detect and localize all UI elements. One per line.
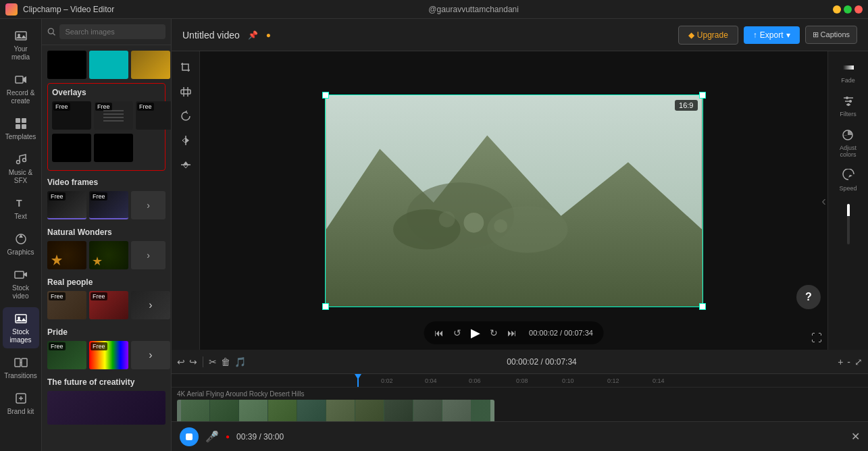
free-badge: Free [91, 292, 107, 300]
stop-record-btn[interactable] [180, 427, 199, 446]
minimize-btn[interactable] [833, 5, 841, 14]
video-frame-thumb-2[interactable]: Free [89, 191, 128, 219]
timeline-toolbar: ↩ ↪ ✂ 🗑 🎵 00:00:02 / 00:07:34 + - ⤢ [172, 350, 868, 374]
redo-btn[interactable]: ↪ [189, 356, 197, 367]
search-input[interactable] [59, 24, 165, 39]
sidebar-item-transitions[interactable]: Transitions [3, 351, 39, 384]
thumb-item[interactable] [131, 51, 170, 79]
people-thumb-2[interactable]: Free [89, 291, 128, 319]
close-btn[interactable] [854, 5, 863, 14]
collapse-right-btn[interactable]: ‹ [821, 193, 826, 209]
volume-slider[interactable] [847, 204, 850, 244]
natural-wonders-more-btn[interactable]: › [131, 241, 165, 269]
fade-property[interactable]: Fade [838, 57, 859, 86]
adjust-colors-property[interactable]: Adjustcolors [837, 124, 859, 161]
pride-thumb-1[interactable]: Free [47, 341, 86, 369]
sidebar-label-record-create: Record &create [7, 89, 35, 105]
zoom-in-btn[interactable]: + [838, 356, 843, 367]
overlay-thumb-1[interactable]: Free [52, 101, 91, 130]
audio-sync-btn[interactable]: 🎵 [234, 356, 246, 367]
video-frames-more-btn[interactable]: › [131, 191, 165, 219]
top-thumbnails [47, 51, 165, 79]
sidebar-item-brand-kit[interactable]: Brand kit [3, 387, 39, 420]
svg-rect-37 [843, 65, 854, 70]
svg-point-42 [849, 100, 852, 103]
video-clip[interactable] [177, 400, 494, 421]
clip-strip [355, 400, 384, 421]
people-more-btn[interactable]: › [131, 291, 170, 319]
sidebar-label-stock-images: Stockimages [9, 328, 31, 344]
rewind-btn[interactable]: ↺ [453, 327, 461, 338]
svg-rect-15 [22, 359, 27, 367]
captions-icon: ⊞ [813, 30, 819, 38]
playhead-triangle [355, 374, 361, 379]
overlay-thumb-5[interactable] [94, 134, 133, 162]
thumb-item[interactable] [89, 51, 128, 79]
overlays-thumbs-2 [52, 134, 161, 162]
sidebar-item-stock-images[interactable]: Stockimages [3, 307, 39, 348]
future-thumb-1[interactable] [47, 391, 165, 425]
preview-tools [172, 51, 200, 350]
rotate-tool-btn[interactable] [175, 105, 197, 127]
export-button[interactable]: ↑ Export ▾ [744, 26, 800, 44]
flip-v-tool-btn[interactable] [175, 154, 197, 176]
overlay-thumb-2[interactable]: Free [94, 101, 133, 130]
skip-back-btn[interactable]: ⏮ [434, 327, 444, 338]
handle-br[interactable] [699, 303, 706, 310]
rec-close-btn[interactable]: ✕ [851, 430, 860, 443]
captions-button[interactable]: ⊞ Captions [805, 26, 857, 44]
total-time: 00:07:34 [564, 329, 593, 337]
crop-tool-btn[interactable] [175, 57, 197, 78]
expand-btn[interactable]: ⛶ [811, 332, 822, 344]
play-pause-btn[interactable]: ▶ [471, 325, 480, 340]
mountain-svg [326, 95, 703, 307]
maximize-btn[interactable] [844, 5, 852, 14]
free-badge: Free [49, 292, 66, 300]
sidebar-item-stock-video[interactable]: Stock video [3, 263, 39, 304]
overlays-title: Overlays [52, 88, 161, 97]
trim-tool-btn[interactable] [175, 81, 197, 103]
handle-bl[interactable] [322, 303, 329, 310]
free-badge: Free [53, 103, 70, 111]
flip-h-tool-btn[interactable] [175, 130, 197, 151]
skip-forward-btn[interactable]: ⏭ [507, 327, 517, 338]
sidebar-item-record-create[interactable]: Record &create [3, 68, 39, 109]
cut-btn[interactable]: ✂ [209, 356, 217, 367]
natural-thumb-2[interactable] [89, 241, 128, 269]
thumb-item[interactable] [47, 51, 86, 79]
natural-thumb-1[interactable] [47, 241, 86, 269]
sidebar-item-graphics[interactable]: Graphics [3, 228, 39, 261]
zoom-out-btn[interactable]: - [847, 356, 850, 367]
delete-btn[interactable]: 🗑 [221, 356, 230, 367]
upgrade-button[interactable]: ◆ Upgrade [678, 26, 738, 45]
sidebar-item-templates[interactable]: Templates [3, 112, 39, 145]
help-button[interactable]: ? [796, 285, 821, 309]
canvas-frame[interactable] [325, 95, 703, 307]
mic-icon: 🎤 [205, 430, 219, 443]
speed-property[interactable]: Speed [836, 165, 859, 194]
svg-rect-11 [15, 271, 24, 278]
people-thumb-1[interactable]: Free [47, 291, 86, 319]
fit-btn[interactable]: ⤢ [854, 356, 863, 367]
clip-right-handle[interactable] [490, 400, 494, 421]
forward-btn[interactable]: ↻ [490, 327, 498, 338]
overlay-thumb-4[interactable] [52, 134, 91, 162]
pride-more-btn[interactable]: › [131, 341, 170, 369]
overlay-thumb-3[interactable]: Free [136, 101, 171, 130]
fade-icon [840, 59, 857, 76]
music-icon [14, 152, 28, 167]
handle-tl[interactable] [322, 92, 329, 99]
filters-label: Filters [840, 111, 857, 117]
free-badge: Free [49, 192, 66, 201]
sidebar-item-your-media[interactable]: Your media [3, 24, 39, 65]
pride-thumb-2[interactable]: Free [89, 341, 128, 369]
sidebar-item-text[interactable]: T Text [3, 192, 39, 225]
sidebar-item-music-sfx[interactable]: Music &SFX [3, 148, 39, 189]
clip-strip [268, 400, 297, 421]
handle-tr[interactable] [699, 92, 706, 99]
undo-btn[interactable]: ↩ [177, 356, 185, 367]
video-frame-thumb-1[interactable]: Free [47, 191, 86, 219]
sidebar-label-music-sfx: Music &SFX [9, 169, 33, 185]
filters-property[interactable]: Filters [837, 90, 859, 120]
toolbar-right: ◆ Upgrade ↑ Export ▾ ⊞ Captions [678, 26, 857, 45]
